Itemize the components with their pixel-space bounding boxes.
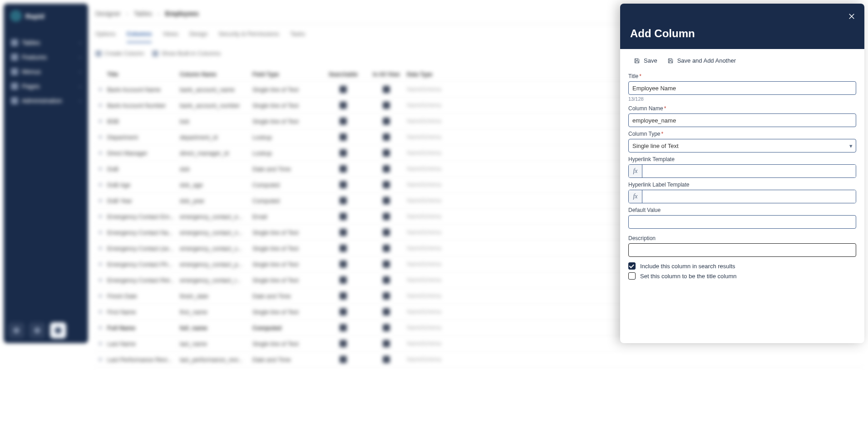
description-input[interactable] [628,243,856,257]
inallview-checkbox[interactable] [383,118,390,125]
drag-handle-icon[interactable] [99,310,102,314]
sidebar-item[interactable]: Features› [8,50,84,64]
drag-handle-icon[interactable] [99,278,102,282]
tab[interactable]: Views [163,30,178,43]
sidebar-bottom-icons [8,322,66,339]
inallview-checkbox[interactable] [383,102,390,109]
searchable-checkbox[interactable] [340,118,347,125]
default-value-input[interactable] [628,215,856,229]
drag-handle-icon[interactable] [99,215,102,218]
drag-handle-icon[interactable] [99,167,102,171]
inallview-checkbox[interactable] [383,356,390,363]
inallview-checkbox[interactable] [383,86,390,93]
searchable-checkbox[interactable] [340,229,347,236]
drag-handle-icon[interactable] [99,358,102,361]
tab[interactable]: Options [95,30,116,43]
inallview-checkbox[interactable] [383,276,390,284]
searchable-checkbox[interactable] [340,324,347,331]
drag-handle-icon[interactable] [99,294,102,298]
searchable-checkbox[interactable] [340,133,347,141]
searchable-checkbox[interactable] [340,276,347,284]
searchable-checkbox[interactable] [340,165,347,172]
create-column-button[interactable]: Create Column [95,50,144,57]
searchable-checkbox[interactable] [340,181,347,188]
tab[interactable]: Security & Permissions [218,30,279,43]
table-row[interactable]: Last Performance Revi...last_performance… [94,352,864,368]
hyperlink-template-input[interactable] [642,165,856,177]
searchable-checkbox[interactable] [340,356,347,363]
fx-button[interactable]: fx [629,190,642,203]
panel-body: Save Save and Add Another Title* 13/128 … [620,49,864,286]
drag-handle-icon[interactable] [99,151,102,155]
inallview-checkbox[interactable] [383,149,390,157]
breadcrumb-item[interactable]: Designer [95,10,121,17]
inallview-checkbox[interactable] [383,245,390,252]
default-value-label: Default Value [628,207,856,213]
plus-icon [95,50,102,57]
title-counter: 13/128 [628,96,856,102]
description-label: Description [628,235,856,241]
drag-handle-icon[interactable] [99,183,102,187]
inallview-checkbox[interactable] [383,181,390,188]
drag-handle-icon[interactable] [99,119,102,123]
inallview-checkbox[interactable] [383,229,390,236]
drag-handle-icon[interactable] [99,103,102,107]
brand-row: Rapid [8,10,84,22]
bottom-icon-1[interactable] [8,322,25,339]
hyperlink-label-input[interactable] [642,190,856,203]
column-name-input[interactable] [628,113,856,127]
sidebar-item[interactable]: Pages› [8,79,84,93]
include-search-checkbox[interactable] [628,262,636,270]
tab[interactable]: Columns [127,30,152,43]
drag-handle-icon[interactable] [99,326,102,330]
inallview-checkbox[interactable] [383,197,390,204]
save-add-another-button[interactable]: Save and Add Another [667,57,736,64]
inallview-checkbox[interactable] [383,133,390,141]
drag-handle-icon[interactable] [99,262,102,266]
bottom-icon-2[interactable] [29,322,45,339]
title-column-row: Set this column to be the title column [628,272,856,280]
searchable-checkbox[interactable] [340,308,347,315]
drag-handle-icon[interactable] [99,135,102,139]
inallview-checkbox[interactable] [383,261,390,268]
searchable-checkbox[interactable] [340,245,347,252]
save-button[interactable]: Save [634,57,657,64]
inallview-checkbox[interactable] [383,213,390,220]
include-search-row: Include this column in search results [628,262,856,270]
close-icon [848,12,856,20]
inallview-checkbox[interactable] [383,340,390,347]
searchable-checkbox[interactable] [340,86,347,93]
breadcrumb-item[interactable]: Tables [134,10,152,17]
show-builtin-toggle[interactable]: Show Built-in Columns [152,50,221,57]
save-icon [667,58,674,64]
bottom-icon-3[interactable] [50,322,66,339]
drag-handle-icon[interactable] [99,88,102,91]
close-button[interactable] [845,10,858,23]
title-column-checkbox[interactable] [628,272,636,280]
inallview-checkbox[interactable] [383,292,390,300]
include-search-label: Include this column in search results [640,263,735,270]
searchable-checkbox[interactable] [340,213,347,220]
column-type-select[interactable] [628,139,856,152]
drag-handle-icon[interactable] [99,231,102,234]
inallview-checkbox[interactable] [383,324,390,331]
drag-handle-icon[interactable] [99,199,102,202]
fx-button[interactable]: fx [629,165,642,177]
searchable-checkbox[interactable] [340,149,347,157]
drag-handle-icon[interactable] [99,246,102,250]
searchable-checkbox[interactable] [340,102,347,109]
inallview-checkbox[interactable] [383,308,390,315]
drag-handle-icon[interactable] [99,342,102,345]
tab[interactable]: Design [189,30,207,43]
searchable-checkbox[interactable] [340,292,347,300]
save-icon [634,58,640,64]
searchable-checkbox[interactable] [340,197,347,204]
tab[interactable]: Tasks [290,30,305,43]
sidebar-item[interactable]: Tables› [8,35,84,50]
title-input[interactable] [628,81,856,95]
inallview-checkbox[interactable] [383,165,390,172]
sidebar-item[interactable]: Administration› [8,93,84,108]
searchable-checkbox[interactable] [340,340,347,347]
searchable-checkbox[interactable] [340,261,347,268]
sidebar-item[interactable]: Menus› [8,64,84,79]
